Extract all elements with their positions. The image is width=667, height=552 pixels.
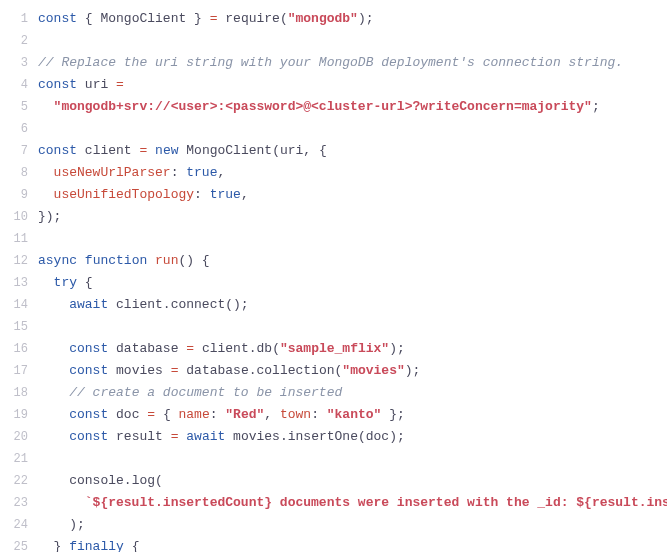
line-number: 6 bbox=[0, 118, 28, 140]
line-number: 23 bbox=[0, 492, 28, 514]
line-number: 3 bbox=[0, 52, 28, 74]
token-punc: client. bbox=[108, 297, 170, 312]
token-id: movies bbox=[116, 363, 163, 378]
token-kw: try bbox=[54, 275, 77, 290]
code-line: `${result.insertedCount} documents were … bbox=[38, 492, 667, 514]
token-punc: movies. bbox=[225, 429, 287, 444]
token-fn: log bbox=[132, 473, 155, 488]
code-line: }); bbox=[38, 206, 667, 228]
code-line: await client.connect(); bbox=[38, 294, 667, 316]
token-red: run bbox=[155, 253, 178, 268]
token-punc bbox=[38, 275, 54, 290]
token-punc bbox=[147, 253, 155, 268]
line-number: 14 bbox=[0, 294, 28, 316]
token-red: useNewUrlParser bbox=[54, 165, 171, 180]
token-punc bbox=[38, 99, 54, 114]
token-cmt: // create a document to be inserted bbox=[69, 385, 342, 400]
line-number: 4 bbox=[0, 74, 28, 96]
token-punc: : bbox=[311, 407, 327, 422]
code-line bbox=[38, 30, 667, 52]
token-kw: new bbox=[155, 143, 178, 158]
token-punc bbox=[38, 407, 69, 422]
token-punc: ( bbox=[272, 341, 280, 356]
token-punc bbox=[163, 363, 171, 378]
code-line: ); bbox=[38, 514, 667, 536]
code-line: const client = new MongoClient(uri, { bbox=[38, 140, 667, 162]
token-punc: () { bbox=[178, 253, 209, 268]
line-number: 2 bbox=[0, 30, 28, 52]
code-line: async function run() { bbox=[38, 250, 667, 272]
code-block: 1234567891011121314151617181920212223242… bbox=[0, 0, 667, 552]
token-punc: : bbox=[171, 165, 187, 180]
line-number: 15 bbox=[0, 316, 28, 338]
line-number: 12 bbox=[0, 250, 28, 272]
code-line: useUnifiedTopology: true, bbox=[38, 184, 667, 206]
token-str: "mongodb" bbox=[288, 11, 358, 26]
token-kw: const bbox=[38, 77, 77, 92]
token-op: = bbox=[116, 77, 124, 92]
line-number: 5 bbox=[0, 96, 28, 118]
token-punc bbox=[108, 341, 116, 356]
token-punc: { bbox=[124, 539, 140, 552]
token-bool: true bbox=[210, 187, 241, 202]
token-punc: }); bbox=[38, 209, 61, 224]
line-number: 1 bbox=[0, 8, 28, 30]
token-bool: true bbox=[186, 165, 217, 180]
token-red: name bbox=[178, 407, 209, 422]
token-punc bbox=[38, 297, 69, 312]
token-id: MongoClient bbox=[186, 143, 272, 158]
code-line: // Replace the uri string with your Mong… bbox=[38, 52, 667, 74]
token-id: MongoClient bbox=[100, 11, 186, 26]
token-kw: const bbox=[69, 341, 108, 356]
token-punc: (doc); bbox=[358, 429, 405, 444]
code-line: const database = client.db("sample_mflix… bbox=[38, 338, 667, 360]
token-fn: connect bbox=[171, 297, 226, 312]
token-kw: await bbox=[186, 429, 225, 444]
token-kw: const bbox=[38, 11, 77, 26]
token-kw: await bbox=[69, 297, 108, 312]
token-punc bbox=[38, 495, 85, 510]
line-number: 11 bbox=[0, 228, 28, 250]
code-line bbox=[38, 316, 667, 338]
token-punc: ); bbox=[389, 341, 405, 356]
token-punc: : bbox=[210, 407, 226, 422]
token-punc bbox=[77, 143, 85, 158]
line-number: 25 bbox=[0, 536, 28, 552]
token-red: town bbox=[280, 407, 311, 422]
token-req: require bbox=[225, 11, 280, 26]
token-red: useUnifiedTopology bbox=[54, 187, 194, 202]
token-punc bbox=[38, 363, 69, 378]
token-str: "movies" bbox=[342, 363, 404, 378]
code-line: const result = await movies.insertOne(do… bbox=[38, 426, 667, 448]
token-punc bbox=[38, 385, 69, 400]
line-number: 22 bbox=[0, 470, 28, 492]
line-number: 21 bbox=[0, 448, 28, 470]
token-str: "sample_mflix" bbox=[280, 341, 389, 356]
token-punc bbox=[147, 143, 155, 158]
token-punc: ( bbox=[280, 11, 288, 26]
token-punc: ); bbox=[405, 363, 421, 378]
token-punc bbox=[108, 363, 116, 378]
token-punc bbox=[108, 429, 116, 444]
code-lines: const { MongoClient } = require("mongodb… bbox=[38, 8, 667, 552]
token-kw: const bbox=[69, 407, 108, 422]
token-punc bbox=[77, 77, 85, 92]
token-punc bbox=[163, 429, 171, 444]
token-fn: collection bbox=[257, 363, 335, 378]
token-punc: ; bbox=[592, 99, 600, 114]
code-line bbox=[38, 448, 667, 470]
token-punc: : bbox=[194, 187, 210, 202]
token-id: uri bbox=[85, 77, 108, 92]
token-kw: finally bbox=[69, 539, 124, 552]
token-punc: , bbox=[264, 407, 280, 422]
code-line: const doc = { name: "Red", town: "kanto"… bbox=[38, 404, 667, 426]
token-id: result bbox=[116, 429, 163, 444]
token-punc: ); bbox=[38, 517, 85, 532]
code-line: console.log( bbox=[38, 470, 667, 492]
code-line: useNewUrlParser: true, bbox=[38, 162, 667, 184]
code-line: // create a document to be inserted bbox=[38, 382, 667, 404]
code-line bbox=[38, 118, 667, 140]
token-str: "Red" bbox=[225, 407, 264, 422]
token-punc: , bbox=[241, 187, 249, 202]
token-punc bbox=[38, 429, 69, 444]
